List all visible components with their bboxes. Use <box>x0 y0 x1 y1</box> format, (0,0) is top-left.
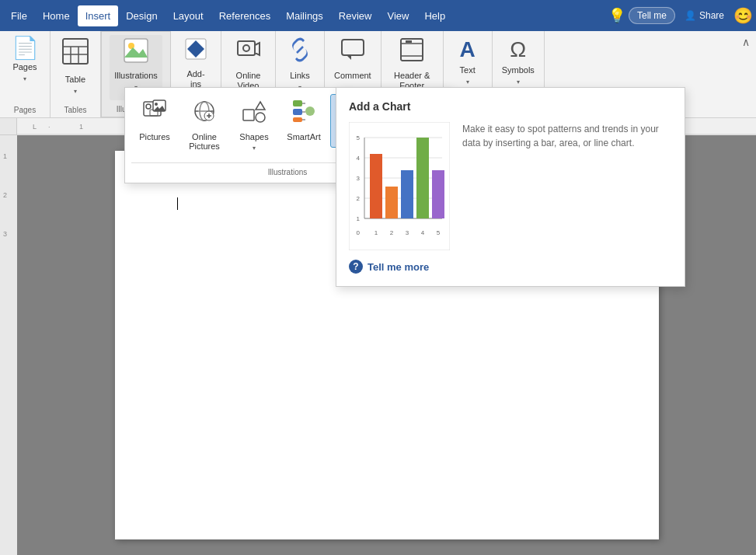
pages-icon: 📄 <box>12 37 39 59</box>
comment-icon <box>340 37 365 68</box>
svg-text:5: 5 <box>357 134 361 141</box>
svg-text:1: 1 <box>3 152 7 160</box>
svg-text:2: 2 <box>3 191 7 199</box>
svg-rect-89 <box>370 154 382 218</box>
ribbon-group-tables-items: Table ▾ <box>56 34 95 117</box>
illustrations-icon <box>124 38 148 68</box>
shapes-dropdown-arrow: ▾ <box>253 145 256 152</box>
online-pictures-button[interactable]: OnlinePictures <box>181 94 228 155</box>
ruler-corner <box>0 118 17 134</box>
pictures-button[interactable]: Pictures <box>131 94 178 146</box>
video-icon <box>236 37 261 68</box>
tooltip-description: Make it easy to spot patterns and trends… <box>462 122 672 150</box>
svg-rect-14 <box>342 40 364 55</box>
text-label: Text <box>460 65 476 75</box>
menu-bar: File Home Insert Design Layout Reference… <box>0 0 756 31</box>
menu-home[interactable]: Home <box>35 5 78 26</box>
pages-dropdown-arrow: ▾ <box>23 75 26 82</box>
menu-design[interactable]: Design <box>118 5 165 26</box>
ribbon-pages-button[interactable]: 📄 Pages ▾ <box>5 34 44 99</box>
shapes-icon <box>242 99 267 129</box>
menu-references[interactable]: References <box>211 5 278 26</box>
svg-rect-10 <box>238 41 255 55</box>
shapes-label: Shapes <box>239 132 268 141</box>
svg-text:4: 4 <box>421 229 425 236</box>
menu-layout[interactable]: Layout <box>165 5 211 26</box>
menu-file[interactable]: File <box>3 5 35 26</box>
ribbon-group-tables: Table ▾ Tables <box>51 31 101 117</box>
svg-rect-0 <box>63 39 88 64</box>
illustrations-label: Illustrations <box>114 71 158 81</box>
smartart-button[interactable]: SmartArt <box>280 94 327 146</box>
svg-marker-50 <box>256 102 265 110</box>
svg-rect-54 <box>293 117 302 122</box>
table-icon <box>61 37 89 72</box>
links-icon <box>287 37 312 68</box>
text-icon: A <box>460 37 476 62</box>
lightbulb-icon: 💡 <box>608 7 625 24</box>
svg-point-38 <box>146 104 151 109</box>
symbols-dropdown-arrow: ▾ <box>517 79 520 86</box>
svg-rect-52 <box>293 100 302 106</box>
vertical-ruler: 1 2 3 <box>0 135 17 555</box>
svg-rect-93 <box>432 170 444 218</box>
svg-rect-91 <box>401 170 413 218</box>
svg-rect-19 <box>406 40 412 43</box>
header-footer-icon <box>399 37 424 68</box>
svg-text:·: · <box>48 123 51 131</box>
svg-point-40 <box>155 103 158 106</box>
online-pictures-icon <box>192 99 217 129</box>
svg-text:4: 4 <box>357 155 361 162</box>
svg-rect-92 <box>416 138 429 218</box>
pictures-icon <box>142 99 167 129</box>
pages-group-label: Pages <box>0 106 50 114</box>
text-cursor <box>177 197 178 210</box>
svg-marker-11 <box>255 43 260 55</box>
menu-insert[interactable]: Insert <box>78 5 119 26</box>
svg-text:2: 2 <box>357 195 361 202</box>
svg-text:L: L <box>33 123 37 131</box>
svg-rect-90 <box>385 187 398 218</box>
menu-review[interactable]: Review <box>331 5 380 26</box>
svg-text:0: 0 <box>357 229 361 236</box>
text-dropdown-arrow: ▾ <box>466 79 469 86</box>
svg-text:5: 5 <box>437 229 441 236</box>
table-dropdown-arrow: ▾ <box>74 88 77 95</box>
addins-icon <box>184 37 207 66</box>
online-pictures-label: OnlinePictures <box>189 132 220 151</box>
tooltip-content: 5 4 3 2 1 0 1 2 3 4 5 <box>349 122 672 250</box>
pictures-label: Pictures <box>139 132 170 141</box>
tell-me-input[interactable]: Tell me <box>629 7 675 24</box>
ribbon-group-pages: 📄 Pages ▾ Pages <box>0 31 51 117</box>
svg-text:1: 1 <box>375 229 378 236</box>
symbols-label: Symbols <box>502 65 535 75</box>
tooltip-chart-preview: 5 4 3 2 1 0 1 2 3 4 5 <box>349 122 450 250</box>
tooltip-description-text: Make it easy to spot patterns and trends… <box>462 124 659 148</box>
tables-group-label: Tables <box>51 106 100 114</box>
share-button[interactable]: 👤 Share <box>678 7 730 24</box>
svg-rect-58 <box>305 106 315 116</box>
menu-mailings[interactable]: Mailings <box>278 5 331 26</box>
svg-rect-49 <box>243 110 254 120</box>
svg-point-12 <box>243 45 249 51</box>
symbols-icon: Ω <box>510 37 526 62</box>
ribbon-group-pages-items: 📄 Pages ▾ <box>5 34 44 117</box>
menu-right-section: 💡 Tell me 👤 Share 😊 <box>608 6 753 25</box>
person-icon: 👤 <box>685 10 696 21</box>
chart-tooltip: Add a Chart 5 4 3 2 1 0 <box>336 87 685 287</box>
svg-line-13 <box>297 47 303 53</box>
ribbon-table-button[interactable]: Table ▾ <box>56 34 95 99</box>
smartart-icon <box>291 99 316 129</box>
svg-text:3: 3 <box>406 229 409 236</box>
shapes-button[interactable]: Shapes ▾ <box>231 94 277 156</box>
ribbon-collapse-button[interactable]: ∧ <box>739 34 753 50</box>
tooltip-title: Add a Chart <box>349 100 672 113</box>
tell-me-more-link[interactable]: ? Tell me more <box>349 260 672 274</box>
menu-view[interactable]: View <box>379 5 416 26</box>
menu-help[interactable]: Help <box>416 5 453 26</box>
svg-text:1: 1 <box>79 123 83 131</box>
svg-text:3: 3 <box>3 230 7 238</box>
pages-label: Pages <box>12 62 37 72</box>
question-circle-icon: ? <box>349 260 363 274</box>
comment-label: Comment <box>334 71 371 81</box>
